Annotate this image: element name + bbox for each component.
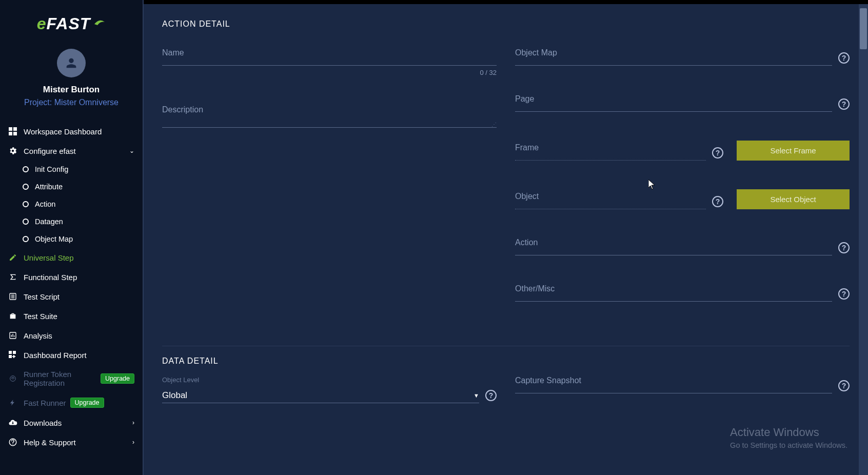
sidebar-item-label: Action <box>35 200 55 208</box>
sidebar-item-dashboard-report[interactable]: Dashboard Report <box>0 345 143 365</box>
sidebar-item-label: Object Map <box>35 235 73 243</box>
svg-rect-12 <box>9 351 12 354</box>
radio-icon <box>23 166 29 172</box>
avatar[interactable] <box>57 49 86 77</box>
svg-point-17 <box>12 444 13 445</box>
help-icon <box>8 438 17 447</box>
sidebar-item-help-support[interactable]: Help & Support › <box>0 432 143 452</box>
vertical-scrollbar[interactable] <box>859 4 868 475</box>
sidebar-item-label: Test Script <box>24 292 60 301</box>
object-level-select[interactable]: Global ▼ <box>162 386 479 403</box>
app-logo: eFAST <box>0 9 143 44</box>
select-object-button[interactable]: Select Object <box>737 189 850 209</box>
name-input[interactable] <box>162 48 497 66</box>
capture-snapshot-field[interactable]: Capture Snapshot <box>515 376 832 393</box>
help-icon[interactable]: ? <box>838 288 850 300</box>
sidebar-item-downloads[interactable]: Downloads › <box>0 413 143 432</box>
action-detail-heading: ACTION DETAIL <box>162 19 850 29</box>
object-level-field[interactable]: Object Level Global ▼ <box>162 376 479 403</box>
sidebar: eFAST Mister Burton Project: Mister Omni… <box>0 0 144 475</box>
help-icon[interactable]: ? <box>838 98 850 110</box>
list-icon <box>8 292 17 301</box>
svg-rect-0 <box>9 127 12 131</box>
frame-input[interactable] <box>515 143 706 161</box>
upgrade-badge: Upgrade <box>101 373 134 384</box>
description-input[interactable]: ⋰ <box>162 105 497 128</box>
svg-rect-13 <box>13 351 16 354</box>
object-map-input[interactable] <box>515 48 832 66</box>
help-icon[interactable]: ? <box>712 196 723 207</box>
sidebar-item-label: Attribute <box>35 183 63 191</box>
sidebar-item-label: Downloads <box>24 419 62 427</box>
bolt-icon <box>8 398 17 407</box>
svg-rect-1 <box>13 127 17 131</box>
section-divider <box>162 346 850 346</box>
configure-efast-submenu: Init Config Attribute Action Datagen Obj… <box>0 161 143 248</box>
other-misc-field[interactable]: Other/Misc <box>515 284 832 302</box>
object-field[interactable]: Object <box>515 192 706 209</box>
sidebar-item-fast-runner[interactable]: Fast Runner Upgrade <box>0 392 143 413</box>
main-content: ACTION DETAIL Name 0 / 32 Description ⋰ <box>144 0 868 475</box>
sidebar-item-label: Fast Runner <box>24 399 66 407</box>
scrollbar-thumb[interactable] <box>860 8 867 49</box>
sidebar-item-label: Init Config <box>35 165 68 173</box>
watermark-title: Activate Windows <box>730 426 847 439</box>
sidebar-item-runner-token-registration[interactable]: Runner Token Registration Upgrade <box>0 365 143 392</box>
help-icon[interactable]: ? <box>838 380 850 391</box>
watermark-subtitle: Go to Settings to activate Windows. <box>730 441 847 449</box>
action-field[interactable]: Action <box>515 238 832 255</box>
page-input[interactable] <box>515 94 832 112</box>
sidebar-item-functional-step[interactable]: Functional Step <box>0 267 143 287</box>
person-icon <box>64 56 78 70</box>
sidebar-item-label: Universal Step <box>24 253 74 262</box>
data-detail-heading: DATA DETAIL <box>162 357 850 366</box>
frame-field[interactable]: Frame <box>515 143 706 161</box>
help-icon[interactable]: ? <box>838 52 850 64</box>
resize-handle-icon[interactable]: ⋰ <box>491 123 497 126</box>
chevron-down-icon: ⌄ <box>129 147 134 154</box>
sidebar-item-universal-step[interactable]: Universal Step <box>0 248 143 267</box>
sidebar-item-test-suite[interactable]: Test Suite <box>0 306 143 326</box>
logo-prefix: e <box>37 14 47 33</box>
sidebar-item-workspace-dashboard[interactable]: Workspace Dashboard <box>0 122 143 141</box>
sidebar-subitem-action[interactable]: Action <box>14 195 143 213</box>
sidebar-item-analysis[interactable]: Analysis <box>0 326 143 345</box>
object-map-field[interactable]: Object Map <box>515 48 832 66</box>
radio-icon <box>23 236 29 242</box>
sidebar-subitem-init-config[interactable]: Init Config <box>14 161 143 178</box>
sidebar-item-label: Datagen <box>35 217 63 226</box>
action-input[interactable] <box>515 238 832 255</box>
other-misc-input[interactable] <box>515 284 832 302</box>
gear-icon <box>8 146 17 155</box>
name-counter: 0 / 32 <box>162 69 497 76</box>
chart-icon <box>8 331 17 340</box>
object-input[interactable] <box>515 192 706 209</box>
svg-rect-14 <box>9 355 12 358</box>
radio-icon <box>23 219 29 225</box>
sidebar-item-label: Functional Step <box>24 273 77 282</box>
sidebar-subitem-attribute[interactable]: Attribute <box>14 178 143 195</box>
page-field[interactable]: Page <box>515 94 832 112</box>
help-icon[interactable]: ? <box>838 242 850 253</box>
dashboard-icon <box>8 127 17 136</box>
sidebar-item-label: Analysis <box>24 331 52 340</box>
sidebar-item-configure-efast[interactable]: Configure efast ⌄ <box>0 141 143 161</box>
description-field[interactable]: Description ⋰ <box>162 105 497 128</box>
windows-activation-watermark: Activate Windows Go to Settings to activ… <box>730 426 847 449</box>
fingerprint-icon <box>8 374 17 383</box>
logo-main: FAST <box>47 14 91 33</box>
sidebar-subitem-object-map[interactable]: Object Map <box>14 230 143 248</box>
select-frame-button[interactable]: Select Frame <box>737 141 850 161</box>
sidebar-subitem-datagen[interactable]: Datagen <box>14 213 143 230</box>
help-icon[interactable]: ? <box>712 147 723 159</box>
help-icon[interactable]: ? <box>485 390 497 401</box>
name-field[interactable]: Name 0 / 32 <box>162 48 497 76</box>
sidebar-item-test-script[interactable]: Test Script <box>0 287 143 306</box>
capture-snapshot-input[interactable] <box>515 376 832 393</box>
sigma-icon <box>8 272 17 282</box>
sidebar-item-label: Help & Support <box>24 438 76 447</box>
object-level-label: Object Level <box>162 376 479 384</box>
chevron-right-icon: › <box>132 419 134 426</box>
sidebar-item-label: Configure efast <box>24 147 76 155</box>
chevron-right-icon: › <box>132 439 134 446</box>
